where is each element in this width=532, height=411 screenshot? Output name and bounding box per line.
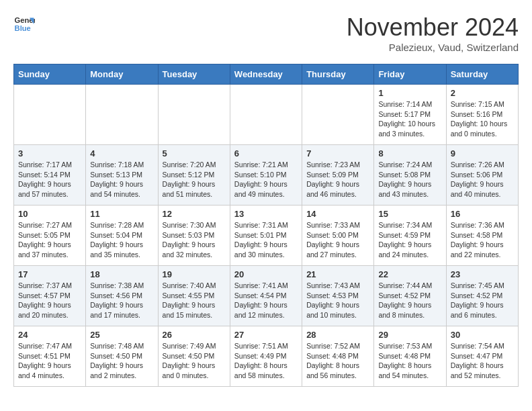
day-number: 15 xyxy=(378,209,441,219)
day-number: 13 xyxy=(234,209,298,219)
day-number: 27 xyxy=(234,330,298,340)
day-cell: 6Sunrise: 7:21 AM Sunset: 5:10 PM Daylig… xyxy=(230,145,302,205)
day-info: Sunrise: 7:26 AM Sunset: 5:06 PM Dayligh… xyxy=(451,160,514,199)
day-info: Sunrise: 7:23 AM Sunset: 5:09 PM Dayligh… xyxy=(306,160,369,199)
day-cell: 12Sunrise: 7:30 AM Sunset: 5:03 PM Dayli… xyxy=(158,205,230,266)
day-number: 3 xyxy=(18,148,81,158)
day-info: Sunrise: 7:14 AM Sunset: 5:17 PM Dayligh… xyxy=(378,99,441,139)
day-info: Sunrise: 7:45 AM Sunset: 4:52 PM Dayligh… xyxy=(451,281,514,320)
day-info: Sunrise: 7:43 AM Sunset: 4:53 PM Dayligh… xyxy=(306,281,369,320)
day-cell: 11Sunrise: 7:28 AM Sunset: 5:04 PM Dayli… xyxy=(86,205,158,266)
day-cell: 14Sunrise: 7:33 AM Sunset: 5:00 PM Dayli… xyxy=(302,205,374,266)
logo: General Blue xyxy=(13,13,35,35)
header-cell-tuesday: Tuesday xyxy=(158,64,230,85)
day-cell: 8Sunrise: 7:24 AM Sunset: 5:08 PM Daylig… xyxy=(374,145,446,205)
day-cell: 10Sunrise: 7:27 AM Sunset: 5:05 PM Dayli… xyxy=(14,205,86,266)
day-cell: 20Sunrise: 7:41 AM Sunset: 4:54 PM Dayli… xyxy=(230,266,302,326)
day-number: 11 xyxy=(90,209,153,219)
header-cell-friday: Friday xyxy=(374,64,446,85)
day-number: 20 xyxy=(234,269,298,279)
day-info: Sunrise: 7:15 AM Sunset: 5:16 PM Dayligh… xyxy=(451,99,514,139)
day-info: Sunrise: 7:20 AM Sunset: 5:12 PM Dayligh… xyxy=(163,160,226,199)
day-cell: 4Sunrise: 7:18 AM Sunset: 5:13 PM Daylig… xyxy=(86,145,158,205)
day-cell: 26Sunrise: 7:49 AM Sunset: 4:50 PM Dayli… xyxy=(158,326,230,387)
day-number: 12 xyxy=(163,209,226,219)
day-cell: 17Sunrise: 7:37 AM Sunset: 4:57 PM Dayli… xyxy=(14,266,86,326)
day-cell: 7Sunrise: 7:23 AM Sunset: 5:09 PM Daylig… xyxy=(302,145,374,205)
header-cell-sunday: Sunday xyxy=(14,64,86,85)
day-number: 23 xyxy=(451,269,514,279)
day-cell xyxy=(158,85,230,145)
header-cell-saturday: Saturday xyxy=(446,64,518,85)
day-cell: 5Sunrise: 7:20 AM Sunset: 5:12 PM Daylig… xyxy=(158,145,230,205)
day-number: 28 xyxy=(306,330,369,340)
header-row: SundayMondayTuesdayWednesdayThursdayFrid… xyxy=(14,64,519,85)
day-cell: 29Sunrise: 7:53 AM Sunset: 4:48 PM Dayli… xyxy=(374,326,446,387)
day-number: 7 xyxy=(306,148,369,158)
day-cell: 23Sunrise: 7:45 AM Sunset: 4:52 PM Dayli… xyxy=(446,266,518,326)
day-number: 24 xyxy=(18,330,81,340)
day-info: Sunrise: 7:27 AM Sunset: 5:05 PM Dayligh… xyxy=(18,220,81,260)
day-info: Sunrise: 7:33 AM Sunset: 5:00 PM Dayligh… xyxy=(306,220,369,260)
day-info: Sunrise: 7:18 AM Sunset: 5:13 PM Dayligh… xyxy=(90,160,153,199)
day-cell: 27Sunrise: 7:51 AM Sunset: 4:49 PM Dayli… xyxy=(230,326,302,387)
header-cell-wednesday: Wednesday xyxy=(230,64,302,85)
day-cell: 15Sunrise: 7:34 AM Sunset: 4:59 PM Dayli… xyxy=(374,205,446,266)
day-cell: 1Sunrise: 7:14 AM Sunset: 5:17 PM Daylig… xyxy=(374,85,446,145)
day-cell: 25Sunrise: 7:48 AM Sunset: 4:50 PM Dayli… xyxy=(86,326,158,387)
day-number: 16 xyxy=(451,209,514,219)
day-info: Sunrise: 7:21 AM Sunset: 5:10 PM Dayligh… xyxy=(234,160,298,199)
day-cell: 3Sunrise: 7:17 AM Sunset: 5:14 PM Daylig… xyxy=(14,145,86,205)
day-number: 17 xyxy=(18,269,81,279)
month-title: November 2024 xyxy=(347,13,519,42)
day-info: Sunrise: 7:44 AM Sunset: 4:52 PM Dayligh… xyxy=(378,281,441,320)
day-info: Sunrise: 7:37 AM Sunset: 4:57 PM Dayligh… xyxy=(18,281,81,320)
week-row-4: 17Sunrise: 7:37 AM Sunset: 4:57 PM Dayli… xyxy=(14,266,519,326)
day-info: Sunrise: 7:40 AM Sunset: 4:55 PM Dayligh… xyxy=(163,281,226,320)
day-number: 8 xyxy=(378,148,441,158)
title-area: November 2024 Palezieux, Vaud, Switzerla… xyxy=(347,13,519,53)
day-info: Sunrise: 7:36 AM Sunset: 4:58 PM Dayligh… xyxy=(451,220,514,260)
logo-icon: General Blue xyxy=(13,13,35,35)
week-row-1: 1Sunrise: 7:14 AM Sunset: 5:17 PM Daylig… xyxy=(14,85,519,145)
day-info: Sunrise: 7:54 AM Sunset: 4:47 PM Dayligh… xyxy=(451,341,514,381)
day-number: 21 xyxy=(306,269,369,279)
day-cell: 21Sunrise: 7:43 AM Sunset: 4:53 PM Dayli… xyxy=(302,266,374,326)
day-info: Sunrise: 7:31 AM Sunset: 5:01 PM Dayligh… xyxy=(234,220,298,260)
day-number: 9 xyxy=(451,148,514,158)
day-info: Sunrise: 7:48 AM Sunset: 4:50 PM Dayligh… xyxy=(90,341,153,381)
day-cell: 30Sunrise: 7:54 AM Sunset: 4:47 PM Dayli… xyxy=(446,326,518,387)
day-info: Sunrise: 7:47 AM Sunset: 4:51 PM Dayligh… xyxy=(18,341,81,381)
day-cell xyxy=(14,85,86,145)
day-number: 26 xyxy=(163,330,226,340)
day-number: 4 xyxy=(90,148,153,158)
day-number: 30 xyxy=(451,330,514,340)
day-number: 5 xyxy=(163,148,226,158)
day-number: 2 xyxy=(451,88,514,98)
week-row-3: 10Sunrise: 7:27 AM Sunset: 5:05 PM Dayli… xyxy=(14,205,519,266)
header: General Blue November 2024 Palezieux, Va… xyxy=(13,13,519,53)
day-number: 1 xyxy=(378,88,441,98)
day-info: Sunrise: 7:17 AM Sunset: 5:14 PM Dayligh… xyxy=(18,160,81,199)
day-cell xyxy=(86,85,158,145)
day-number: 19 xyxy=(163,269,226,279)
day-cell: 24Sunrise: 7:47 AM Sunset: 4:51 PM Dayli… xyxy=(14,326,86,387)
day-info: Sunrise: 7:41 AM Sunset: 4:54 PM Dayligh… xyxy=(234,281,298,320)
day-cell: 19Sunrise: 7:40 AM Sunset: 4:55 PM Dayli… xyxy=(158,266,230,326)
day-info: Sunrise: 7:28 AM Sunset: 5:04 PM Dayligh… xyxy=(90,220,153,260)
day-number: 25 xyxy=(90,330,153,340)
header-cell-thursday: Thursday xyxy=(302,64,374,85)
day-cell: 13Sunrise: 7:31 AM Sunset: 5:01 PM Dayli… xyxy=(230,205,302,266)
week-row-2: 3Sunrise: 7:17 AM Sunset: 5:14 PM Daylig… xyxy=(14,145,519,205)
day-cell xyxy=(230,85,302,145)
day-number: 10 xyxy=(18,209,81,219)
svg-text:Blue: Blue xyxy=(15,24,31,32)
header-cell-monday: Monday xyxy=(86,64,158,85)
day-number: 29 xyxy=(378,330,441,340)
day-cell: 9Sunrise: 7:26 AM Sunset: 5:06 PM Daylig… xyxy=(446,145,518,205)
day-cell: 22Sunrise: 7:44 AM Sunset: 4:52 PM Dayli… xyxy=(374,266,446,326)
day-cell: 2Sunrise: 7:15 AM Sunset: 5:16 PM Daylig… xyxy=(446,85,518,145)
day-number: 14 xyxy=(306,209,369,219)
day-info: Sunrise: 7:53 AM Sunset: 4:48 PM Dayligh… xyxy=(378,341,441,381)
day-number: 22 xyxy=(378,269,441,279)
